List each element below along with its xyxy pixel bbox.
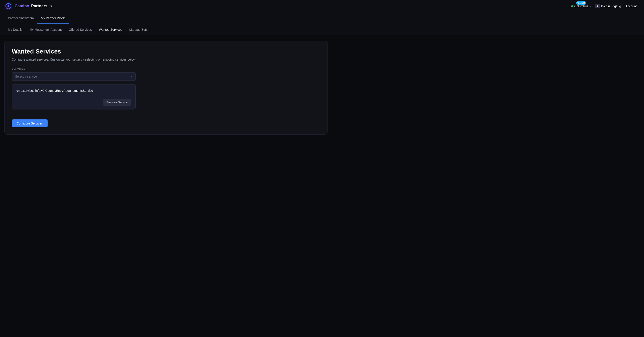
app-brand: Camino Partners ▾ — [4, 2, 52, 10]
nav-item-partner-showroom[interactable]: Partner Showroom — [4, 12, 38, 24]
content-card: Wanted Services Configure wanted service… — [4, 41, 328, 135]
svg-point-1 — [8, 5, 9, 7]
app-logo — [4, 2, 12, 10]
top-nav-right-section: testnet Columbus ▾ ▮ P-colu...dg26g Acco… — [571, 4, 640, 8]
tab-manage-bots[interactable]: Manage Bots — [126, 24, 151, 35]
tab-my-details[interactable]: My Details — [4, 24, 26, 35]
tab-wanted-services[interactable]: Wanted Services — [96, 24, 126, 35]
tab-my-messenger-account[interactable]: My Messenger Account — [26, 24, 65, 35]
third-navigation: My Details My Messenger Account Offered … — [0, 24, 644, 35]
tab-offered-services[interactable]: Offered Services — [65, 24, 96, 35]
nav-item-my-partner-profile[interactable]: My Partner Profile — [38, 12, 69, 24]
app-name: Camino Partners — [14, 4, 47, 8]
main-content: Wanted Services Configure wanted service… — [0, 35, 644, 140]
service-item-card: cmp.services.info.v2.CountryEntryRequire… — [12, 84, 136, 109]
network-label: Columbus — [574, 4, 588, 8]
network-selector[interactable]: testnet Columbus ▾ — [571, 4, 591, 8]
wallet-icon: ▮ — [595, 4, 600, 8]
second-navigation: Partner Showroom My Partner Profile — [0, 12, 644, 24]
wallet-address: P-colu...dg26g — [601, 4, 621, 8]
account-label: Account — [626, 4, 637, 8]
services-label: SERVICES — [12, 67, 320, 70]
service-select[interactable]: Select a service — [12, 72, 136, 81]
app-menu-chevron[interactable]: ▾ — [50, 4, 52, 8]
remove-service-button[interactable]: Remove Service — [103, 99, 131, 106]
wallet-selector[interactable]: ▮ P-colu...dg26g — [595, 4, 621, 8]
testnet-badge: testnet — [576, 1, 586, 5]
network-chevron-icon: ▾ — [590, 5, 591, 8]
network-status-dot — [571, 5, 573, 7]
service-item-footer: Remove Service — [16, 96, 131, 106]
service-item-name: cmp.services.info.v2.CountryEntryRequire… — [16, 89, 131, 92]
page-title: Wanted Services — [12, 48, 320, 55]
page-description: Configure wanted services. Customize you… — [12, 58, 320, 61]
service-select-wrapper: Select a service ▾ — [12, 72, 136, 81]
top-navigation: Camino Partners ▾ testnet Columbus ▾ ▮ P… — [0, 0, 644, 12]
account-chevron-icon: ▾ — [638, 5, 640, 8]
configure-services-button[interactable]: Configure Services — [12, 119, 48, 127]
account-selector[interactable]: Account ▾ — [626, 4, 640, 8]
section-divider — [12, 113, 136, 113]
